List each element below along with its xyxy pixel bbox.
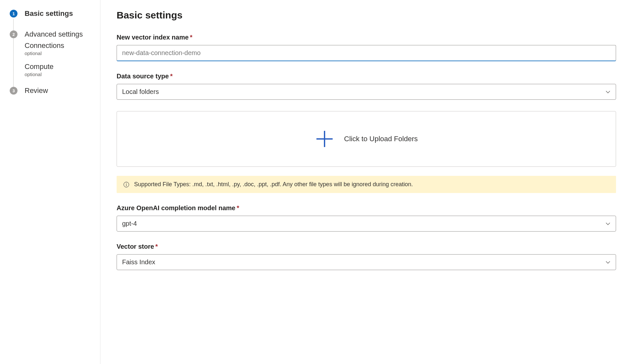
required-asterisk: * — [170, 73, 173, 80]
step-label: Review — [25, 87, 48, 95]
step-label: Advanced settings — [25, 30, 83, 38]
required-asterisk: * — [155, 243, 158, 250]
label-text: Data source type — [117, 73, 169, 80]
wizard-sidebar: 1 Basic settings 2 Advanced settings Con… — [0, 0, 100, 364]
sub-step-hint: optional — [25, 72, 94, 77]
step-list: 1 Basic settings 2 Advanced settings Con… — [10, 10, 94, 95]
select-value: Local folders — [122, 88, 159, 96]
main-panel: Basic settings New vector index name* Da… — [100, 0, 629, 364]
sub-step-compute[interactable]: Compute optional — [25, 63, 94, 77]
upload-text: Click to Upload Folders — [344, 135, 417, 143]
plus-icon — [315, 129, 334, 149]
sub-step-label: Compute — [25, 63, 94, 71]
svg-point-3 — [126, 183, 127, 184]
model-name-select[interactable]: gpt-4 — [117, 216, 616, 232]
step-number-badge: 3 — [10, 87, 17, 95]
banner-text: Supported File Types: .md, .txt, .html, … — [134, 181, 413, 188]
select-value: gpt-4 — [122, 220, 137, 227]
field-vector-store: Vector store* Faiss Index — [117, 243, 616, 270]
step-connector-line — [13, 19, 14, 91]
field-label-source-type: Data source type* — [117, 73, 616, 80]
upload-folders-area[interactable]: Click to Upload Folders — [117, 111, 616, 167]
index-name-input[interactable] — [117, 45, 616, 61]
sub-steps-advanced: Connections optional Compute optional — [25, 41, 94, 77]
label-text: Vector store — [117, 243, 154, 250]
step-review[interactable]: 3 Review — [10, 87, 94, 95]
chevron-down-icon — [605, 89, 611, 95]
field-index-name: New vector index name* — [117, 34, 616, 61]
svg-rect-4 — [126, 184, 127, 186]
label-text: Azure OpenAI completion model name — [117, 204, 235, 211]
vector-store-select[interactable]: Faiss Index — [117, 254, 616, 270]
field-label-vector-store: Vector store* — [117, 243, 616, 250]
step-basic-settings[interactable]: 1 Basic settings — [10, 10, 94, 17]
source-type-select[interactable]: Local folders — [117, 84, 616, 100]
step-number-badge: 2 — [10, 30, 17, 38]
supported-types-banner: Supported File Types: .md, .txt, .html, … — [117, 176, 616, 193]
field-label-index-name: New vector index name* — [117, 34, 616, 41]
required-asterisk: * — [237, 204, 239, 211]
page-title: Basic settings — [117, 10, 616, 21]
step-label: Basic settings — [25, 10, 73, 17]
step-advanced-settings[interactable]: 2 Advanced settings — [10, 30, 94, 38]
field-source-type: Data source type* Local folders — [117, 73, 616, 100]
label-text: New vector index name — [117, 34, 189, 41]
sub-step-connections[interactable]: Connections optional — [25, 41, 94, 56]
chevron-down-icon — [605, 221, 611, 226]
required-asterisk: * — [190, 34, 192, 41]
info-icon — [123, 181, 130, 188]
chevron-down-icon — [605, 260, 611, 265]
field-label-model-name: Azure OpenAI completion model name* — [117, 204, 616, 212]
select-value: Faiss Index — [122, 258, 155, 266]
field-model-name: Azure OpenAI completion model name* gpt-… — [117, 204, 616, 232]
sub-step-label: Connections — [25, 41, 94, 50]
sub-step-hint: optional — [25, 51, 94, 56]
step-number-badge: 1 — [10, 10, 17, 17]
